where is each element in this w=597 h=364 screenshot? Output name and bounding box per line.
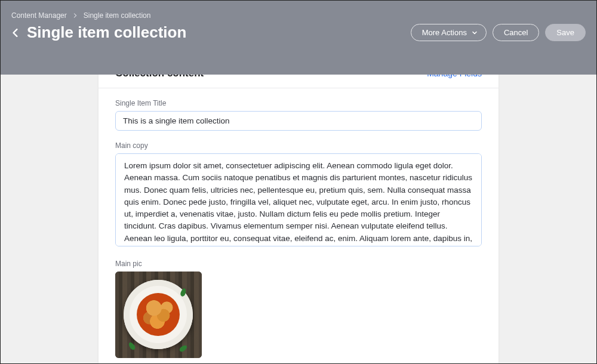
chevron-down-icon xyxy=(472,30,478,36)
field-single-item-title: Single Item Title xyxy=(115,99,482,131)
chevron-right-icon xyxy=(73,11,78,20)
main-copy-label: Main copy xyxy=(115,141,482,150)
title-field-label: Single Item Title xyxy=(115,99,482,107)
breadcrumb-root[interactable]: Content Manager xyxy=(11,11,67,20)
pasta-icon xyxy=(137,293,180,336)
back-arrow-icon[interactable] xyxy=(11,29,20,37)
main-pic-label: Main pic xyxy=(115,260,482,268)
main-pic-thumbnail[interactable] xyxy=(115,272,202,358)
card-body: Single Item Title Main copy Main pic xyxy=(99,88,498,364)
title-row: Single item collection More Actions Canc… xyxy=(11,23,586,42)
cancel-button[interactable]: Cancel xyxy=(493,24,539,41)
save-button[interactable]: Save xyxy=(545,24,586,41)
page-title: Single item collection xyxy=(27,23,186,42)
breadcrumb: Content Manager Single item collection xyxy=(11,11,586,20)
field-main-copy: Main copy xyxy=(115,141,482,249)
page-header: Content Manager Single item collection S… xyxy=(1,1,596,75)
breadcrumb-current: Single item collection xyxy=(84,11,151,20)
more-actions-label: More Actions xyxy=(422,28,467,37)
field-main-pic: Main pic xyxy=(115,260,482,358)
title-input[interactable] xyxy=(115,111,482,131)
title-left: Single item collection xyxy=(11,23,186,42)
more-actions-button[interactable]: More Actions xyxy=(411,24,487,41)
header-actions: More Actions Cancel Save xyxy=(411,24,586,41)
content-card: Collection content Manage Fields Single … xyxy=(99,55,498,364)
main-copy-textarea[interactable] xyxy=(115,153,482,246)
